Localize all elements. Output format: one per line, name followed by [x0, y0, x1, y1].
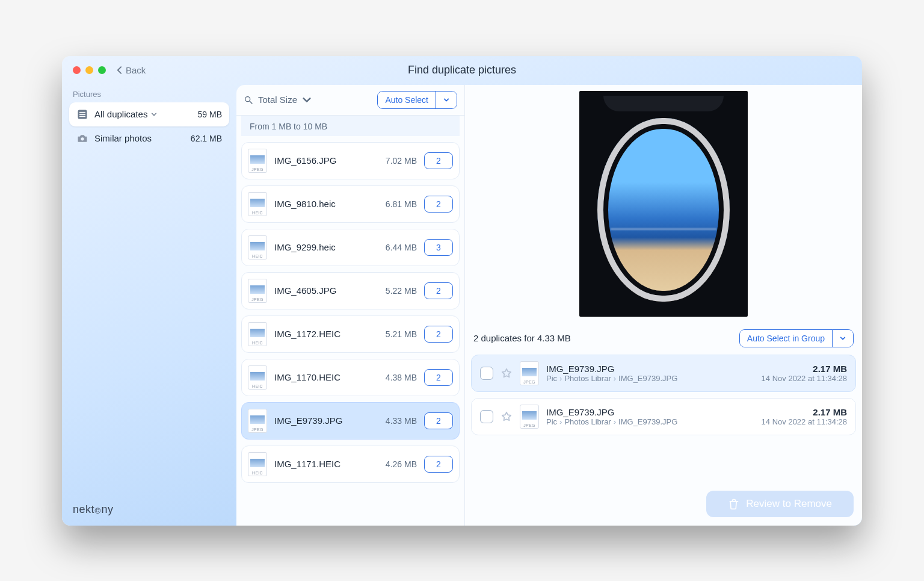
sidebar-heading: Pictures [69, 90, 229, 102]
list-scroll-area[interactable]: From 1 MB to 10 MB JPEGIMG_6156.JPG7.02 … [236, 116, 464, 526]
file-size: 4.38 MB [375, 373, 417, 382]
duplicate-right-meta: 2.17 MB14 Nov 2022 at 11:34:28 [762, 407, 847, 426]
duplicate-count-badge[interactable]: 2 [424, 456, 453, 473]
minimize-window-button[interactable] [85, 66, 93, 74]
file-thumbnail: HEIC [248, 452, 267, 476]
auto-select-group-menu-button[interactable] [833, 330, 853, 347]
chevron-down-icon [840, 335, 846, 341]
file-ext-label: JPEG [248, 297, 266, 302]
list-icon [76, 108, 88, 120]
duplicate-instances-list: JPEGIMG_E9739.JPGPic›Photos Librar›IMG_E… [465, 355, 862, 441]
preview-image-content [597, 118, 730, 302]
duplicate-count-badge[interactable]: 2 [424, 369, 453, 386]
preview-area [465, 85, 862, 326]
file-thumbnail: JPEG [520, 361, 539, 385]
file-name: IMG_E9739.JPG [274, 415, 368, 426]
file-name: IMG_1170.HEIC [274, 372, 368, 382]
select-checkbox[interactable] [480, 367, 493, 380]
group-header: From 1 MB to 10 MB [241, 116, 460, 136]
camera-icon [76, 132, 88, 144]
file-thumbnail: HEIC [248, 365, 267, 390]
file-name: IMG_1171.HEIC [274, 459, 368, 469]
duplicate-meta: IMG_E9739.JPGPic›Photos Librar›IMG_E9739… [546, 364, 754, 383]
file-thumbnail: JPEG [248, 409, 267, 433]
chevron-left-icon [117, 66, 122, 75]
duplicate-count-badge[interactable]: 2 [424, 282, 453, 299]
svg-rect-3 [79, 116, 85, 117]
file-row[interactable]: JPEGIMG_6156.JPG7.02 MB2 [241, 142, 460, 179]
favorite-star-icon[interactable] [500, 411, 513, 423]
app-window: Back Find duplicate pictures Pictures Al… [62, 56, 862, 526]
sidebar-item-size: 62.1 MB [191, 134, 222, 143]
duplicate-date: 14 Nov 2022 at 11:34:28 [762, 417, 847, 426]
file-size: 6.44 MB [375, 243, 417, 252]
file-ext-label: HEIC [248, 384, 266, 388]
auto-select-split-button: Auto Select [377, 91, 457, 109]
auto-select-button[interactable]: Auto Select [378, 92, 436, 108]
duplicate-count-badge[interactable]: 2 [424, 196, 453, 213]
duplicate-name: IMG_E9739.JPG [546, 407, 754, 417]
preview-column: 2 duplicates for 4.33 MB Auto Select in … [465, 85, 862, 526]
file-size: 4.33 MB [375, 416, 417, 426]
svg-rect-1 [79, 111, 85, 113]
svg-line-6 [250, 101, 252, 104]
file-size: 4.26 MB [375, 459, 417, 469]
file-row[interactable]: JPEGIMG_E9739.JPG4.33 MB2 [241, 402, 460, 440]
zoom-window-button[interactable] [98, 66, 106, 74]
duplicate-row[interactable]: JPEGIMG_E9739.JPGPic›Photos Librar›IMG_E… [471, 398, 856, 435]
svg-point-5 [245, 96, 250, 101]
file-ext-label: HEIC [248, 254, 266, 258]
file-thumbnail: HEIC [248, 235, 267, 259]
sidebar-item-all-duplicates[interactable]: All duplicates 59 MB [69, 102, 229, 126]
duplicate-count-badge[interactable]: 2 [424, 152, 453, 169]
file-thumbnail: HEIC [248, 192, 267, 216]
duplicate-count-badge[interactable]: 2 [424, 412, 453, 429]
back-button[interactable]: Back [117, 65, 146, 75]
file-row[interactable]: HEICIMG_1171.HEIC4.26 MB2 [241, 446, 460, 483]
sidebar-item-similar-photos[interactable]: Similar photos 62.1 MB [69, 126, 229, 151]
duplicate-count-badge[interactable]: 3 [424, 239, 453, 256]
file-thumbnail: JPEG [248, 279, 267, 303]
file-name: IMG_6156.JPG [274, 155, 368, 166]
file-ext-label: HEIC [248, 211, 266, 215]
file-row[interactable]: HEICIMG_1172.HEIC5.21 MB2 [241, 315, 460, 353]
duplicate-path: Pic›Photos Librar›IMG_E9739.JPG [546, 374, 754, 383]
duplicate-date: 14 Nov 2022 at 11:34:28 [762, 374, 847, 383]
review-to-remove-button[interactable]: Review to Remove [706, 491, 854, 517]
trash-icon [728, 498, 740, 510]
file-thumbnail: JPEG [248, 149, 267, 173]
file-row[interactable]: HEICIMG_9299.heic6.44 MB3 [241, 229, 460, 266]
sidebar-item-size: 59 MB [198, 110, 222, 119]
favorite-star-icon[interactable] [500, 367, 513, 379]
sort-button[interactable]: Total Size [244, 95, 312, 105]
file-name: IMG_9299.heic [274, 242, 368, 252]
select-checkbox[interactable] [480, 410, 493, 423]
duplicate-count-badge[interactable]: 2 [424, 326, 453, 343]
file-row[interactable]: HEICIMG_1170.HEIC4.38 MB2 [241, 359, 460, 396]
svg-point-4 [81, 137, 84, 140]
file-name: IMG_9810.heic [274, 199, 368, 209]
file-thumbnail: HEIC [248, 322, 267, 346]
file-size: 7.02 MB [375, 156, 417, 166]
file-ext-label: HEIC [248, 341, 266, 345]
bottom-bar: Review to Remove [465, 485, 862, 526]
file-row[interactable]: HEICIMG_9810.heic6.81 MB2 [241, 185, 460, 223]
file-size: 5.22 MB [375, 286, 417, 296]
duplicate-size: 2.17 MB [762, 407, 847, 417]
duplicate-row[interactable]: JPEGIMG_E9739.JPGPic›Photos Librar›IMG_E… [471, 355, 856, 392]
group-summary: 2 duplicates for 4.33 MB [473, 333, 571, 343]
auto-select-menu-button[interactable] [436, 92, 457, 108]
file-ext-label: HEIC [248, 471, 266, 475]
file-ext-label: JPEG [248, 427, 266, 432]
file-size: 6.81 MB [375, 199, 417, 209]
close-window-button[interactable] [73, 66, 81, 74]
auto-select-group-button[interactable]: Auto Select in Group [740, 330, 832, 347]
file-row[interactable]: JPEGIMG_4605.JPG5.22 MB2 [241, 272, 460, 309]
review-label: Review to Remove [746, 498, 832, 510]
file-size: 5.21 MB [375, 329, 417, 339]
preview-image[interactable] [579, 91, 748, 317]
list-toolbar: Total Size Auto Select [236, 85, 464, 116]
file-name: IMG_4605.JPG [274, 285, 368, 296]
chevron-down-icon [302, 95, 312, 105]
file-thumbnail: JPEG [520, 405, 539, 429]
